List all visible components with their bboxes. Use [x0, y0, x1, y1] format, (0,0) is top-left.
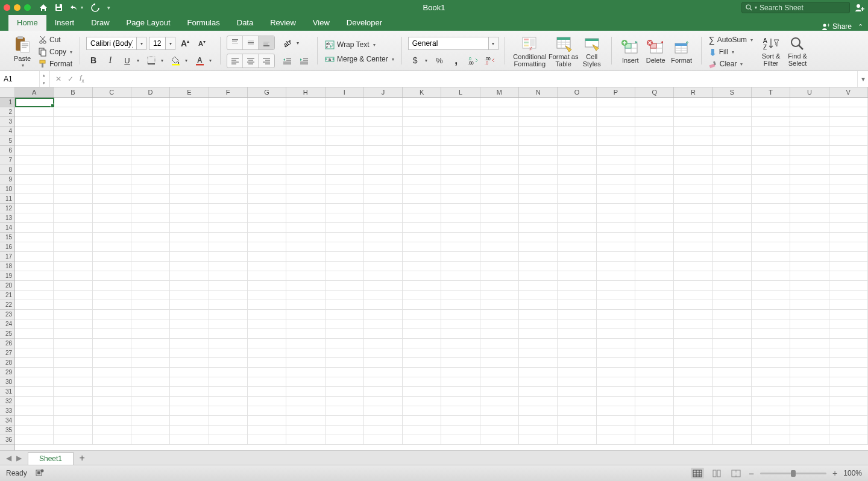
cell[interactable] [326, 156, 364, 165]
cell[interactable] [326, 271, 364, 281]
cell[interactable] [558, 377, 596, 387]
cell[interactable] [248, 435, 286, 445]
cell[interactable] [403, 184, 441, 194]
cell[interactable] [597, 377, 635, 387]
decrease-indent-button[interactable] [280, 54, 294, 68]
font-name-combo[interactable]: ▾ [86, 37, 146, 50]
cell[interactable] [209, 387, 248, 397]
font-size-combo[interactable]: ▾ [149, 37, 175, 50]
cell[interactable] [790, 271, 829, 281]
cell[interactable] [790, 117, 829, 127]
cell[interactable] [170, 184, 209, 194]
row-header[interactable]: 2 [0, 107, 14, 117]
fill-button[interactable]: Fill▾ [708, 46, 754, 57]
cell[interactable] [286, 387, 325, 397]
cell[interactable] [752, 213, 790, 223]
minimize-window-button[interactable] [14, 4, 20, 11]
cell[interactable] [248, 397, 286, 406]
cell[interactable] [15, 117, 54, 127]
cell[interactable] [558, 397, 596, 406]
cell[interactable] [674, 377, 712, 387]
row-header[interactable]: 30 [0, 377, 14, 387]
cell[interactable] [558, 281, 596, 291]
cell[interactable] [480, 127, 519, 136]
cell[interactable] [597, 117, 635, 127]
cell[interactable] [403, 127, 441, 136]
cell[interactable] [829, 223, 868, 233]
cell[interactable] [558, 329, 596, 339]
cell[interactable] [403, 223, 441, 233]
cell[interactable] [15, 165, 54, 175]
cell[interactable] [480, 435, 519, 445]
cell[interactable] [286, 358, 325, 368]
cell[interactable] [519, 98, 558, 107]
cell[interactable] [519, 339, 558, 348]
cell[interactable] [829, 377, 868, 387]
column-header[interactable]: E [170, 87, 209, 97]
cell[interactable] [286, 156, 325, 165]
column-header[interactable]: P [597, 87, 635, 97]
column-header[interactable]: L [441, 87, 480, 97]
cell[interactable] [558, 310, 596, 319]
cell[interactable] [170, 416, 209, 426]
cell[interactable] [15, 156, 54, 165]
cell[interactable] [170, 98, 209, 107]
row-header[interactable]: 33 [0, 406, 14, 416]
cell[interactable] [403, 146, 441, 156]
cell[interactable] [597, 223, 635, 233]
cell[interactable] [558, 204, 596, 213]
cell[interactable] [635, 291, 674, 300]
column-header[interactable]: I [326, 87, 364, 97]
cell[interactable] [248, 368, 286, 377]
cell[interactable] [209, 184, 248, 194]
cell[interactable] [441, 329, 480, 339]
column-header[interactable]: S [713, 87, 752, 97]
cell[interactable] [752, 156, 790, 165]
cell[interactable] [131, 339, 170, 348]
cell[interactable] [286, 204, 325, 213]
cell[interactable] [713, 348, 752, 358]
row-header[interactable]: 13 [0, 213, 14, 223]
cell[interactable] [480, 262, 519, 271]
chevron-down-icon[interactable]: ▾ [294, 36, 301, 49]
cell[interactable] [54, 98, 92, 107]
cell[interactable] [54, 233, 92, 242]
cell[interactable] [248, 117, 286, 127]
cell[interactable] [286, 146, 325, 156]
zoom-out-button[interactable]: − [749, 468, 754, 479]
cell[interactable] [286, 291, 325, 300]
cell[interactable] [441, 204, 480, 213]
zoom-slider[interactable] [760, 473, 826, 474]
cell[interactable] [674, 319, 712, 329]
cell[interactable] [170, 310, 209, 319]
column-header[interactable]: A [15, 87, 54, 97]
clear-button[interactable]: Clear▾ [708, 58, 754, 69]
cell[interactable] [286, 435, 325, 445]
cell[interactable] [326, 358, 364, 368]
italic-button[interactable]: I [103, 54, 118, 67]
cell[interactable] [326, 117, 364, 127]
chevron-down-icon[interactable]: ▾ [183, 54, 190, 67]
chevron-down-icon[interactable]: ▾ [165, 37, 175, 49]
cell[interactable] [15, 127, 54, 136]
cell[interactable] [558, 184, 596, 194]
cell[interactable] [635, 136, 674, 146]
cell[interactable] [170, 281, 209, 291]
borders-button[interactable]: ▾ [144, 54, 166, 67]
cell[interactable] [248, 98, 286, 107]
cell[interactable] [364, 98, 403, 107]
row-header[interactable]: 10 [0, 184, 14, 194]
spreadsheet-grid[interactable]: ABCDEFGHIJKLMNOPQRSTUV 12345678910111213… [0, 87, 868, 450]
cell[interactable] [829, 368, 868, 377]
cell[interactable] [209, 348, 248, 358]
cell[interactable] [131, 242, 170, 252]
cell[interactable] [93, 339, 131, 348]
cell[interactable] [131, 213, 170, 223]
cell[interactable] [286, 281, 325, 291]
column-header[interactable]: Q [635, 87, 674, 97]
cell[interactable] [558, 271, 596, 281]
cell[interactable] [635, 156, 674, 165]
ribbon-tab-developer[interactable]: Developer [338, 15, 391, 31]
decrease-font-button[interactable]: A▾ [195, 37, 209, 50]
cell[interactable] [790, 397, 829, 406]
